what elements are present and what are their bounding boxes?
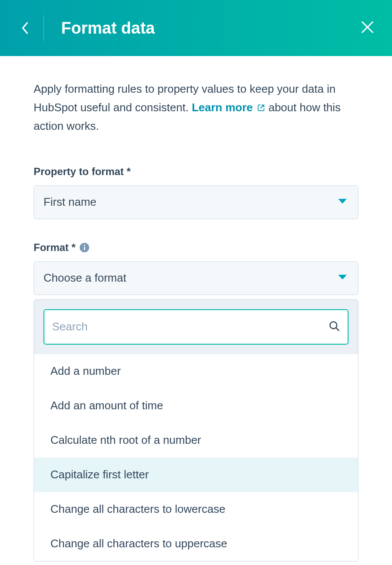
format-label-text: Format * xyxy=(34,242,75,254)
property-select[interactable]: First name xyxy=(34,185,358,219)
search-icon xyxy=(329,320,340,333)
format-dropdown: Add a numberAdd an amount of timeCalcula… xyxy=(34,299,358,562)
format-field: Format * Choose a format Add a numberAdd… xyxy=(34,242,358,562)
format-info-button[interactable] xyxy=(80,243,89,252)
format-option[interactable]: Capitalize first letter xyxy=(34,458,358,492)
format-select[interactable]: Choose a format xyxy=(34,261,358,295)
format-option-label: Capitalize first letter xyxy=(50,468,149,481)
back-button[interactable] xyxy=(22,22,44,34)
search-box[interactable] xyxy=(44,309,348,345)
property-label: Property to format * xyxy=(34,166,358,178)
svg-rect-4 xyxy=(84,245,85,246)
learn-more-label: Learn more xyxy=(192,101,253,114)
svg-point-5 xyxy=(330,322,337,329)
format-option-label: Change all characters to uppercase xyxy=(50,537,227,550)
info-icon xyxy=(80,243,89,252)
format-option-label: Add an amount of time xyxy=(50,399,163,412)
format-option-label: Change all characters to lowercase xyxy=(50,502,225,516)
format-option[interactable]: Change all characters to uppercase xyxy=(34,527,358,561)
format-select-placeholder: Choose a format xyxy=(44,271,126,285)
close-icon xyxy=(360,20,375,35)
format-option[interactable]: Calculate nth root of a number xyxy=(34,423,358,458)
format-option-label: Add a number xyxy=(50,364,121,378)
chevron-left-icon xyxy=(22,22,28,34)
panel-header: Format data xyxy=(0,0,392,56)
format-option[interactable]: Change all characters to lowercase xyxy=(34,492,358,527)
svg-rect-3 xyxy=(84,247,85,250)
format-options-list: Add a numberAdd an amount of timeCalcula… xyxy=(34,354,358,561)
panel-title: Format data xyxy=(61,19,155,38)
close-button[interactable] xyxy=(360,20,375,36)
learn-more-link[interactable]: Learn more xyxy=(192,101,265,114)
property-select-value: First name xyxy=(44,195,96,209)
caret-down-icon xyxy=(337,274,348,282)
external-link-icon xyxy=(257,104,265,112)
format-option-label: Calculate nth root of a number xyxy=(50,433,201,447)
format-option[interactable]: Add a number xyxy=(34,354,358,389)
search-input[interactable] xyxy=(52,320,329,333)
property-field: Property to format * First name xyxy=(34,166,358,219)
format-label: Format * xyxy=(34,242,358,254)
header-divider xyxy=(44,15,44,41)
caret-down-icon xyxy=(337,198,348,207)
panel-body: Apply formatting rules to property value… xyxy=(0,56,392,562)
format-option[interactable]: Add an amount of time xyxy=(34,389,358,423)
search-container xyxy=(34,300,358,354)
svg-line-6 xyxy=(336,328,339,331)
intro-text: Apply formatting rules to property value… xyxy=(34,80,358,135)
